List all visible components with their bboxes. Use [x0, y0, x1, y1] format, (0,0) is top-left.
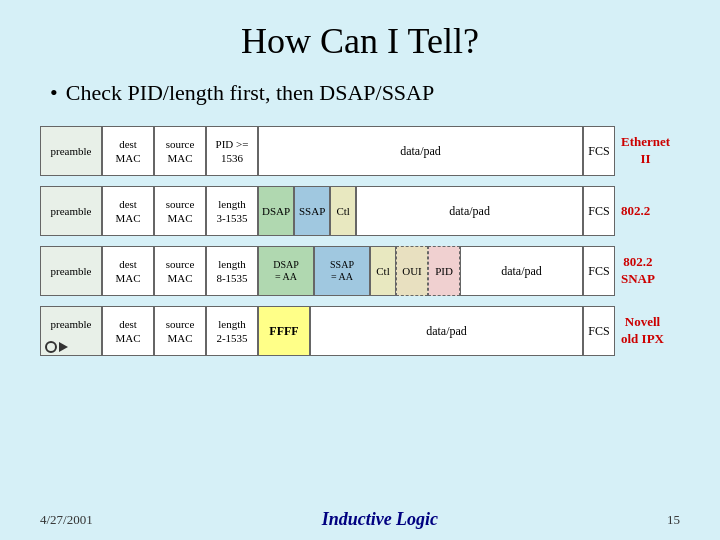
- cell-label-4: Novellold IPX: [615, 306, 680, 356]
- cell-oui-3: OUI: [396, 246, 428, 296]
- cell-data-1: data/pad: [258, 126, 583, 176]
- footer-date: 4/27/2001: [40, 512, 93, 528]
- cell-src-2: sourceMAC: [154, 186, 206, 236]
- row-ethernet2: preamble destMAC sourceMAC PID >=1536 da…: [40, 126, 680, 176]
- cell-pid-3: PID: [428, 246, 460, 296]
- cell-dest-2: destMAC: [102, 186, 154, 236]
- cell-preamble-1: preamble: [40, 126, 102, 176]
- cell-dsap-2: DSAP: [258, 186, 294, 236]
- cell-ctl-3: Ctl: [370, 246, 396, 296]
- cell-dest-1: destMAC: [102, 126, 154, 176]
- cell-len-2: length3-1535: [206, 186, 258, 236]
- bullet-point: •Check PID/length first, then DSAP/SSAP: [40, 80, 680, 106]
- footer-title: Inductive Logic: [322, 509, 438, 530]
- cell-ssap-2: SSAP: [294, 186, 330, 236]
- cell-label-3: 802.2SNAP: [615, 246, 680, 296]
- cell-dest-3: destMAC: [102, 246, 154, 296]
- slide-title: How Can I Tell?: [40, 20, 680, 62]
- row-8022snap: preamble destMAC sourceMAC length8-1535 …: [40, 246, 680, 296]
- cell-ctl-2: Ctl: [330, 186, 356, 236]
- cell-fcs-1: FCS: [583, 126, 615, 176]
- cell-preamble-3: preamble: [40, 246, 102, 296]
- cell-len-4: length2-1535: [206, 306, 258, 356]
- cell-fcs-3: FCS: [583, 246, 615, 296]
- cell-src-3: sourceMAC: [154, 246, 206, 296]
- slide: How Can I Tell? •Check PID/length first,…: [0, 0, 720, 540]
- cell-ssap-3: SSAP= AA: [314, 246, 370, 296]
- cell-src-4: sourceMAC: [154, 306, 206, 356]
- cell-src-1: sourceMAC: [154, 126, 206, 176]
- cell-label-2: 802.2: [615, 186, 680, 236]
- cell-data-3: data/pad: [460, 246, 583, 296]
- row-8022: preamble destMAC sourceMAC length3-1535 …: [40, 186, 680, 236]
- cell-preamble-4: preamble: [40, 306, 102, 356]
- footer-page: 15: [667, 512, 680, 528]
- bullet-dot: •: [50, 80, 58, 105]
- cell-pid-1: PID >=1536: [206, 126, 258, 176]
- cell-fcs-4: FCS: [583, 306, 615, 356]
- cell-ffff-4: FFFF: [258, 306, 310, 356]
- cell-len-3: length8-1535: [206, 246, 258, 296]
- row-novell: preamble destMAC sourceMAC length2-1535 …: [40, 306, 680, 356]
- cell-data-2: data/pad: [356, 186, 583, 236]
- frame-rows: preamble destMAC sourceMAC PID >=1536 da…: [40, 126, 680, 501]
- bullet-text: Check PID/length first, then DSAP/SSAP: [66, 80, 435, 105]
- cell-fcs-2: FCS: [583, 186, 615, 236]
- cell-label-1: EthernetII: [615, 126, 680, 176]
- cell-dsap-3: DSAP= AA: [258, 246, 314, 296]
- footer: 4/27/2001 Inductive Logic 15: [40, 509, 680, 530]
- cell-preamble-2: preamble: [40, 186, 102, 236]
- cell-dest-4: destMAC: [102, 306, 154, 356]
- cell-data-4: data/pad: [310, 306, 583, 356]
